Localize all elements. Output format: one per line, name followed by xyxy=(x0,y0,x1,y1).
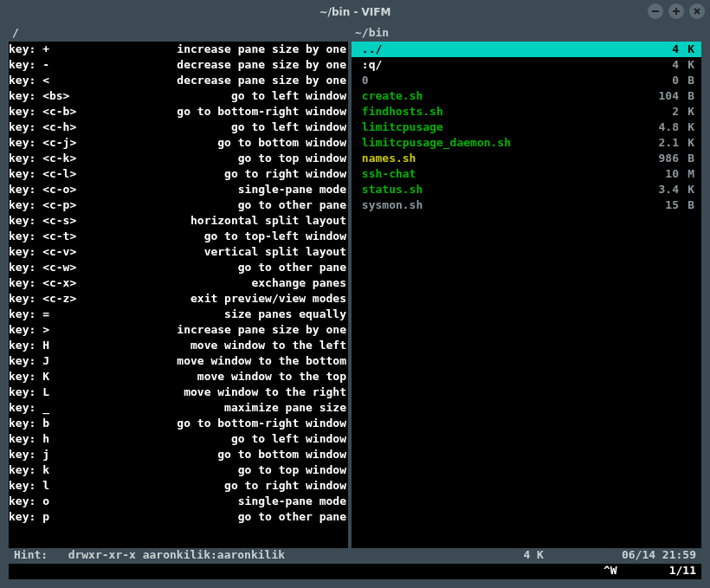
keybinding-row: key: Lmove window to the right xyxy=(9,384,348,400)
keybinding-row: key: _maximize pane size xyxy=(9,400,348,416)
file-size: 4 xyxy=(648,42,679,57)
keybinding-key: key: <c-t> xyxy=(9,229,121,244)
minimize-button[interactable] xyxy=(648,3,663,19)
keybinding-desc: horizontal split layout xyxy=(121,213,348,229)
keybinding-desc: move window to the left xyxy=(121,338,348,353)
file-size: 104 xyxy=(648,88,679,104)
keybinding-row: key: osingle-pane mode xyxy=(9,494,348,509)
file-row[interactable]: 00B xyxy=(352,73,701,88)
keybinding-desc: vertical split layout xyxy=(121,244,348,260)
keybinding-desc: go to left window xyxy=(121,120,348,135)
keybinding-key: key: <c-w> xyxy=(9,260,121,275)
keybinding-row: key: <c-o>single-pane mode xyxy=(9,182,348,197)
keybinding-key: key: - xyxy=(9,57,121,73)
keybinding-key: key: <c-x> xyxy=(9,275,121,291)
svg-rect-2 xyxy=(673,10,680,12)
file-row[interactable]: :q/4K xyxy=(352,57,701,73)
status-date: 06/14 21:59 xyxy=(622,548,696,564)
command-line[interactable]: ^W 1/11 xyxy=(9,564,701,579)
file-size: 10 xyxy=(648,166,679,182)
file-row[interactable]: ssh-chat10M xyxy=(352,166,701,182)
keybinding-desc: exit preview/view modes xyxy=(121,291,348,307)
keybinding-row: key: hgo to left window xyxy=(9,431,348,447)
keybinding-desc: go to right window xyxy=(121,478,348,494)
keybinding-row: key: =size panes equally xyxy=(9,307,348,322)
file-name: names.sh xyxy=(355,151,648,166)
keybinding-desc: decrease pane size by one xyxy=(121,57,348,73)
keybinding-desc: go to right window xyxy=(121,166,348,182)
keybinding-desc: go to left window xyxy=(121,88,348,104)
left-pane-keybindings[interactable]: key: +increase pane size by onekey: -dec… xyxy=(9,42,348,548)
keybinding-key: key: K xyxy=(9,369,121,384)
status-bar: Hint: drwxr-xr-x aaronkilik:aaronkilik 4… xyxy=(9,548,701,564)
keybinding-desc: go to bottom-right window xyxy=(121,416,348,431)
keybinding-row: key: jgo to bottom window xyxy=(9,447,348,462)
window-title: ~/bin - VIFM xyxy=(320,6,391,18)
keybinding-key: key: <c-b> xyxy=(9,104,121,120)
keybinding-key: key: = xyxy=(9,307,121,322)
right-pane-path: ~/bin xyxy=(352,26,701,42)
file-size-unit: K xyxy=(679,57,694,73)
file-size: 4 xyxy=(648,57,679,73)
file-row[interactable]: findhosts.sh2K xyxy=(352,104,701,120)
keybinding-key: key: o xyxy=(9,494,121,509)
keybinding-desc: increase pane size by one xyxy=(121,322,348,338)
file-row[interactable]: status.sh3.4K xyxy=(352,182,701,197)
keybinding-row: key: <c-j>go to bottom window xyxy=(9,135,348,151)
close-button[interactable] xyxy=(689,3,705,19)
keybinding-desc: go to top window xyxy=(121,462,348,478)
keybinding-desc: exchange panes xyxy=(121,275,348,291)
keybinding-key: key: <c-l> xyxy=(9,166,121,182)
keybinding-desc: size panes equally xyxy=(121,307,348,322)
keybinding-desc: decrease pane size by one xyxy=(121,73,348,88)
keybinding-row: key: bgo to bottom-right window xyxy=(9,416,348,431)
status-permissions: drwxr-xr-x aaronkilik:aaronkilik xyxy=(68,548,285,564)
maximize-button[interactable] xyxy=(668,3,684,19)
keybinding-key: key: <bs> xyxy=(9,88,121,104)
file-size-unit: B xyxy=(679,197,694,213)
file-name: create.sh xyxy=(355,88,648,104)
keybinding-key: key: H xyxy=(9,338,121,353)
keybinding-row: key: +increase pane size by one xyxy=(9,42,348,57)
keybinding-desc: move window to the bottom xyxy=(121,353,348,369)
keybinding-desc: move window to the right xyxy=(121,384,348,400)
file-name: ssh-chat xyxy=(355,166,648,182)
file-size: 2 xyxy=(648,104,679,120)
file-size-unit: K xyxy=(679,104,694,120)
keybinding-desc: go to other pane xyxy=(121,197,348,213)
keybinding-key: key: <c-j> xyxy=(9,135,121,151)
keybinding-row: key: <c-t>go to top-left window xyxy=(9,229,348,244)
keybinding-row: key: <c-v>vertical split layout xyxy=(9,244,348,260)
file-name: 0 xyxy=(355,73,648,88)
keybinding-row: key: lgo to right window xyxy=(9,478,348,494)
keybinding-row: key: Jmove window to the bottom xyxy=(9,353,348,369)
left-pane-path: / xyxy=(9,26,352,42)
keybinding-row: key: <c-w>go to other pane xyxy=(9,260,348,275)
file-size-unit: B xyxy=(679,88,694,104)
file-size-unit: B xyxy=(679,151,694,166)
file-name: status.sh xyxy=(355,182,648,197)
file-row[interactable]: names.sh986B xyxy=(352,151,701,166)
file-row[interactable]: limitcpusage4.8K xyxy=(352,120,701,135)
right-pane-filelist[interactable]: ../4K :q/4K 00B create.sh104B findhosts.… xyxy=(352,42,701,548)
file-size: 2.1 xyxy=(648,135,679,151)
keybinding-key: key: <c-h> xyxy=(9,120,121,135)
file-name: limitcpusage xyxy=(355,120,648,135)
file-row[interactable]: ../4K xyxy=(352,42,701,57)
keybinding-row: key: <c-l>go to right window xyxy=(9,166,348,182)
keybinding-row: key: >increase pane size by one xyxy=(9,322,348,338)
file-size: 986 xyxy=(648,151,679,166)
keybinding-key: key: _ xyxy=(9,400,121,416)
keybinding-desc: single-pane mode xyxy=(121,182,348,197)
keybinding-desc: go to bottom window xyxy=(121,447,348,462)
keybinding-key: key: > xyxy=(9,322,121,338)
keybinding-key: key: <c-v> xyxy=(9,244,121,260)
file-row[interactable]: sysmon.sh15B xyxy=(352,197,701,213)
keybinding-row: key: <c-b>go to bottom-right window xyxy=(9,104,348,120)
file-row[interactable]: create.sh104B xyxy=(352,88,701,104)
file-name: sysmon.sh xyxy=(355,197,648,213)
file-size-unit: K xyxy=(679,135,694,151)
keybinding-key: key: <c-p> xyxy=(9,197,121,213)
file-row[interactable]: limitcpusage_daemon.sh2.1K xyxy=(352,135,701,151)
svg-rect-0 xyxy=(652,10,659,12)
